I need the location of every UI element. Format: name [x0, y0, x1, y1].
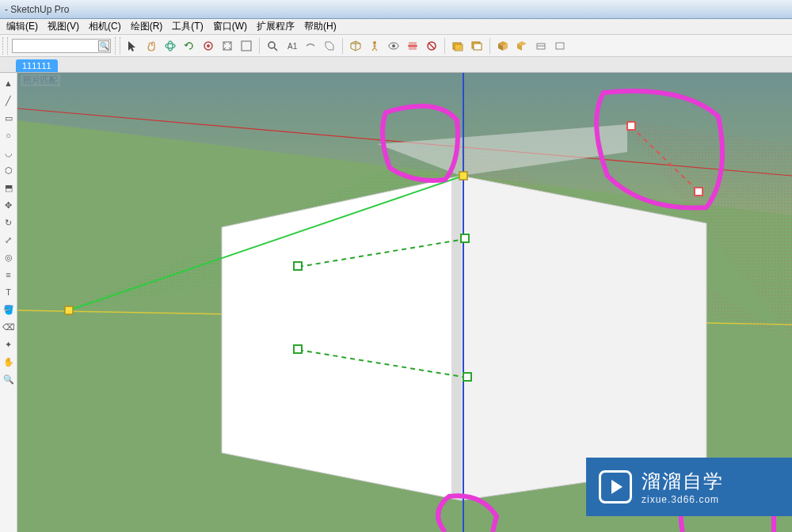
orbit-icon[interactable] [162, 37, 179, 55]
section-icon[interactable] [404, 37, 421, 55]
svg-rect-44 [463, 373, 471, 381]
poly-tool-icon[interactable]: ⬡ [1, 162, 17, 178]
offset-tool-icon[interactable]: ◎ [1, 249, 17, 265]
zoom-tool-icon[interactable]: 🔍 [1, 371, 17, 387]
svg-point-1 [168, 41, 173, 51]
arrow-icon[interactable] [124, 37, 141, 55]
layers-icon[interactable] [449, 37, 466, 55]
titlebar: - SketchUp Pro [0, 0, 792, 19]
svg-line-7 [274, 48, 277, 51]
move-tool-icon[interactable]: ✥ [1, 197, 17, 213]
select-tool-icon[interactable]: ▲ [1, 75, 17, 91]
toolbar-separator-4 [489, 38, 490, 54]
svg-rect-19 [474, 44, 482, 50]
paint-tool-icon[interactable]: 🪣 [1, 302, 17, 317]
menu-camera[interactable]: 相机(C) [84, 18, 126, 35]
toolbar-grip-2[interactable] [115, 37, 120, 55]
svg-marker-32 [222, 176, 461, 500]
push-tool-icon[interactable]: ⬒ [1, 180, 17, 196]
main-toolbar: 🔍 A1 [0, 35, 792, 57]
menu-extensions[interactable]: 扩展程序 [252, 18, 299, 35]
menubar: 编辑(E) 视图(V) 相机(C) 绘图(R) 工具(T) 窗口(W) 扩展程序… [0, 19, 792, 35]
fullscreen-icon[interactable] [238, 37, 255, 55]
target-icon[interactable] [200, 37, 217, 55]
play-icon [599, 470, 632, 504]
menu-view[interactable]: 视图(V) [43, 18, 84, 35]
svg-rect-48 [65, 306, 73, 314]
search-icon[interactable]: 🔍 [98, 40, 109, 51]
walk-icon[interactable] [366, 37, 383, 55]
svg-point-6 [268, 42, 275, 48]
svg-rect-17 [455, 44, 463, 51]
orbit-tool-icon[interactable]: ✦ [1, 336, 17, 352]
scene-tabs: 111111 [0, 57, 792, 73]
svg-rect-22 [556, 43, 564, 49]
svg-point-3 [207, 44, 210, 48]
eraser-tool-icon[interactable]: ⌫ [1, 319, 17, 335]
line-tool-icon[interactable]: ╱ [1, 93, 17, 108]
svg-rect-46 [627, 122, 635, 130]
menu-tools[interactable]: 工具(T) [167, 18, 208, 35]
toolbar-separator-3 [444, 38, 445, 54]
expand-icon[interactable] [219, 37, 236, 55]
rotate-tool-icon[interactable]: ↻ [1, 215, 17, 230]
layers2-icon[interactable] [468, 37, 485, 55]
svg-rect-49 [459, 172, 467, 180]
cube2-icon[interactable] [513, 37, 531, 55]
menu-edit[interactable]: 编辑(E) [2, 18, 43, 35]
watermark-subtitle: zixue.3d66.com [642, 494, 724, 505]
scale-tool-icon[interactable]: ⤢ [1, 232, 17, 248]
watermark-title: 溜溜自学 [642, 469, 724, 494]
svg-point-11 [392, 44, 395, 48]
watermark: 溜溜自学 zixue.3d66.com [586, 458, 792, 516]
svg-marker-35 [451, 176, 461, 500]
svg-point-0 [166, 44, 175, 48]
svg-point-9 [373, 41, 376, 44]
svg-rect-47 [695, 188, 703, 196]
scene-tab-1[interactable]: 111111 [16, 59, 58, 72]
menu-window[interactable]: 窗口(W) [208, 18, 252, 35]
rect-tool-icon[interactable]: ▭ [1, 110, 17, 126]
toolbar-grip[interactable] [2, 37, 8, 55]
menu-draw[interactable]: 绘图(R) [126, 18, 168, 35]
viewport[interactable]: 照片匹配 [17, 73, 792, 532]
arc-tool-icon[interactable]: ◡ [1, 145, 17, 161]
zoom-icon[interactable] [264, 37, 281, 55]
text-tool-icon[interactable]: T [1, 284, 17, 300]
toolbar-separator-2 [342, 38, 343, 54]
cube-icon[interactable] [494, 37, 512, 55]
slice-icon[interactable] [532, 37, 550, 55]
window-title: - SketchUp Pro [5, 4, 69, 15]
svg-rect-43 [294, 345, 302, 353]
redo-icon[interactable] [302, 37, 319, 55]
tag-icon[interactable] [321, 37, 338, 55]
xray-icon[interactable] [423, 37, 440, 55]
svg-text:A1: A1 [287, 42, 298, 51]
look-icon[interactable] [385, 37, 402, 55]
undo-icon[interactable]: A1 [283, 37, 300, 55]
toolbar-separator [259, 38, 260, 54]
svg-rect-41 [461, 234, 469, 242]
svg-marker-33 [461, 176, 706, 500]
svg-rect-40 [294, 262, 302, 270]
pan-tool-icon[interactable]: ✋ [1, 354, 17, 370]
search-input[interactable]: 🔍 [12, 39, 111, 53]
menu-help[interactable]: 帮助(H) [299, 18, 341, 35]
iso-icon[interactable] [347, 37, 364, 55]
left-toolbar: ▲ ╱ ▭ ○ ◡ ⬡ ⬒ ✥ ↻ ⤢ ◎ ≡ T 🪣 ⌫ ✦ ✋ 🔍 [0, 73, 17, 532]
tape-tool-icon[interactable]: ≡ [1, 267, 17, 283]
circle-tool-icon[interactable]: ○ [1, 127, 17, 143]
hand-icon[interactable] [143, 37, 160, 55]
svg-line-15 [428, 43, 435, 49]
svg-rect-5 [242, 41, 251, 51]
slice2-icon[interactable] [551, 37, 569, 55]
sync-icon[interactable] [181, 37, 198, 55]
